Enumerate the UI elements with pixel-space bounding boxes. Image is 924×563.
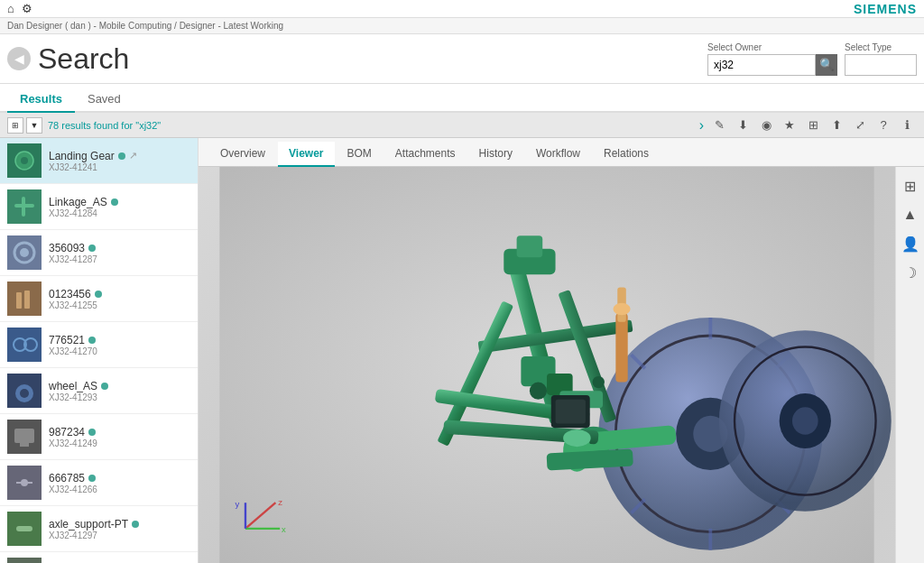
- info-icon[interactable]: ℹ: [897, 115, 917, 135]
- 3d-viewer[interactable]: z x y: [199, 167, 895, 563]
- list-item[interactable]: Landing Gear ↗ XJ32-41241: [0, 138, 198, 184]
- item-name: 666785: [49, 472, 190, 485]
- item-info: 987234 XJ32-41249: [49, 426, 190, 448]
- item-info: 0123456 XJ32-41255: [49, 288, 190, 310]
- right-panel: Overview Viewer BOM Attachments History …: [199, 138, 924, 563]
- svg-text:y: y: [236, 499, 240, 509]
- list-item[interactable]: 987234 XJ32-41249: [0, 414, 198, 460]
- tab-bom[interactable]: BOM: [337, 142, 383, 167]
- expand-icon[interactable]: ⤢: [850, 115, 870, 135]
- item-info: 776521 XJ32-41270: [49, 334, 190, 356]
- item-thumbnail: [7, 466, 42, 500]
- item-info: Landing Gear ↗ XJ32-41241: [49, 150, 190, 172]
- search-input-group: 🔍: [707, 54, 837, 76]
- right-sidebar: ⊞ ▲ 👤 ☽: [895, 167, 924, 563]
- download-icon[interactable]: ⬇: [733, 115, 753, 135]
- view-icon[interactable]: ◉: [756, 115, 776, 135]
- triangle-icon[interactable]: ▲: [899, 203, 922, 226]
- main-tabs: Results Saved: [0, 84, 924, 113]
- tab-relations[interactable]: Relations: [593, 142, 660, 167]
- svg-rect-76: [556, 400, 586, 424]
- item-id: XJ32-41249: [49, 438, 190, 448]
- list-item[interactable]: Linkage_AS XJ32-41284: [0, 184, 198, 230]
- list-item[interactable]: wheel_AS XJ32-41293: [0, 368, 198, 414]
- svg-rect-68: [615, 313, 627, 382]
- tab-history[interactable]: History: [468, 142, 523, 167]
- list-view-chevron[interactable]: ▼: [26, 117, 42, 134]
- back-button[interactable]: ◀: [7, 47, 31, 70]
- lock-indicator: [88, 429, 96, 436]
- person-icon[interactable]: 👤: [899, 232, 922, 255]
- item-name: Linkage_AS: [49, 196, 190, 208]
- item-info: axle_support-PT XJ32-41297: [49, 518, 190, 540]
- select-owner-label: Select Owner: [707, 42, 837, 52]
- tab-overview[interactable]: Overview: [209, 142, 276, 167]
- item-info: Linkage_AS XJ32-41284: [49, 196, 190, 218]
- list-item[interactable]: 0123456 XJ32-41255: [0, 276, 198, 322]
- 3d-model-svg: z x y: [199, 167, 895, 563]
- item-info: 666785 XJ32-41266: [49, 472, 190, 494]
- upload-icon[interactable]: ⬆: [827, 115, 846, 135]
- tab-workflow[interactable]: Workflow: [525, 142, 591, 167]
- item-name: 987234: [49, 426, 190, 438]
- siemens-logo: SIEMENS: [854, 2, 917, 16]
- home-icon[interactable]: ⌂: [7, 2, 14, 15]
- results-arrow[interactable]: ›: [699, 117, 704, 134]
- item-name: 0123456: [49, 288, 190, 300]
- item-name: 776521: [49, 334, 190, 346]
- tab-viewer[interactable]: Viewer: [278, 142, 334, 167]
- svg-rect-11: [24, 291, 30, 309]
- view-icons: ⊞ ▼: [7, 117, 42, 134]
- breadcrumb-text: Dan Designer ( dan ) - Mobile Computing …: [7, 21, 283, 31]
- item-name: Landing Gear ↗: [49, 150, 190, 162]
- item-info: wheel_AS XJ32-41293: [49, 380, 190, 402]
- list-item[interactable]: axle_support-PT XJ32-41297: [0, 506, 198, 552]
- star-icon[interactable]: ★: [780, 115, 799, 135]
- results-count-text: 78 results found for: [48, 120, 135, 131]
- copy-icon[interactable]: ⊞: [803, 115, 823, 135]
- item-thumbnail: [7, 282, 42, 316]
- svg-rect-20: [20, 443, 29, 447]
- topbar-left-icons: ⌂ ⚙: [7, 2, 32, 15]
- tab-saved[interactable]: Saved: [75, 87, 134, 113]
- search-input[interactable]: [707, 54, 816, 76]
- svg-point-8: [20, 248, 29, 257]
- list-item[interactable]: 776521 XJ32-41270: [0, 322, 198, 368]
- grid-view-icon[interactable]: ⊞: [7, 117, 23, 134]
- svg-point-2: [21, 157, 28, 164]
- item-id: XJ32-41255: [49, 300, 190, 310]
- svg-point-23: [21, 479, 28, 486]
- lock-indicator: [88, 337, 96, 344]
- item-thumbnail: [7, 328, 42, 362]
- tab-results[interactable]: Results: [7, 87, 75, 113]
- search-button[interactable]: 🔍: [816, 54, 837, 76]
- lock-indicator: [88, 475, 96, 482]
- help-icon[interactable]: ?: [873, 115, 893, 135]
- owner-section: Select Owner 🔍: [707, 42, 837, 76]
- settings-icon[interactable]: ⚙: [22, 2, 32, 15]
- type-section: Select Type: [845, 42, 917, 76]
- edit-icon[interactable]: ✎: [709, 115, 729, 135]
- item-thumbnail: [7, 558, 42, 563]
- svg-text:x: x: [282, 524, 286, 534]
- item-id: XJ32-41293: [49, 392, 190, 402]
- tab-attachments[interactable]: Attachments: [384, 142, 467, 167]
- svg-point-67: [563, 429, 591, 447]
- detail-tabs: Overview Viewer BOM Attachments History …: [199, 138, 924, 167]
- search-title: Search: [38, 42, 700, 76]
- list-item[interactable]: 222557 XJ32-41307: [0, 552, 198, 563]
- svg-point-17: [20, 389, 29, 398]
- item-id: XJ32-41266: [49, 485, 190, 494]
- svg-rect-10: [16, 292, 22, 309]
- item-name: wheel_AS: [49, 380, 190, 392]
- toolbar-right: ✎ ⬇ ◉ ★ ⊞ ⬆ ⤢ ? ℹ: [709, 115, 917, 135]
- svg-point-52: [792, 407, 818, 435]
- main-content: Landing Gear ↗ XJ32-41241 Linkage_AS XJ3…: [0, 138, 924, 563]
- tool-icon[interactable]: ☽: [899, 261, 922, 284]
- list-item[interactable]: 356093 XJ32-41287: [0, 230, 198, 276]
- lock-indicator: [118, 152, 125, 160]
- list-item[interactable]: 666785 XJ32-41266: [0, 460, 198, 506]
- component-icon[interactable]: ⊞: [899, 174, 922, 198]
- results-query: "xj32": [135, 120, 161, 131]
- lock-indicator: [88, 245, 96, 252]
